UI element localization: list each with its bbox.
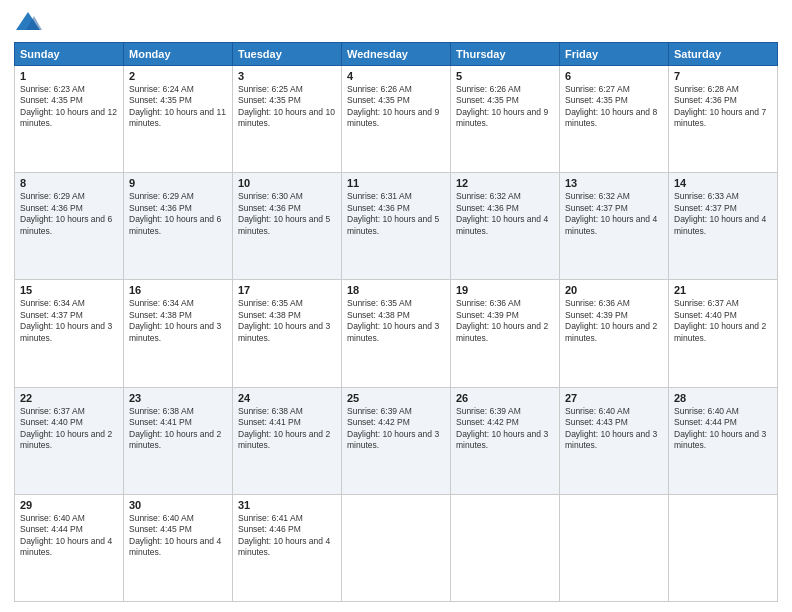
day-info: Sunrise: 6:39 AMSunset: 4:42 PMDaylight:… [456,406,554,452]
day-cell: 22 Sunrise: 6:37 AMSunset: 4:40 PMDaylig… [15,387,124,494]
day-number: 31 [238,499,336,511]
day-info: Sunrise: 6:32 AMSunset: 4:36 PMDaylight:… [456,191,554,237]
day-cell: 1 Sunrise: 6:23 AMSunset: 4:35 PMDayligh… [15,66,124,173]
day-info: Sunrise: 6:35 AMSunset: 4:38 PMDaylight:… [238,298,336,344]
column-header-wednesday: Wednesday [342,43,451,66]
day-number: 13 [565,177,663,189]
day-number: 14 [674,177,772,189]
day-cell: 6 Sunrise: 6:27 AMSunset: 4:35 PMDayligh… [560,66,669,173]
day-cell: 15 Sunrise: 6:34 AMSunset: 4:37 PMDaylig… [15,280,124,387]
day-cell: 31 Sunrise: 6:41 AMSunset: 4:46 PMDaylig… [233,494,342,601]
column-header-sunday: Sunday [15,43,124,66]
day-info: Sunrise: 6:23 AMSunset: 4:35 PMDaylight:… [20,84,118,130]
day-info: Sunrise: 6:38 AMSunset: 4:41 PMDaylight:… [238,406,336,452]
column-header-monday: Monday [124,43,233,66]
day-cell: 18 Sunrise: 6:35 AMSunset: 4:38 PMDaylig… [342,280,451,387]
column-header-saturday: Saturday [669,43,778,66]
day-cell: 8 Sunrise: 6:29 AMSunset: 4:36 PMDayligh… [15,173,124,280]
day-info: Sunrise: 6:34 AMSunset: 4:37 PMDaylight:… [20,298,118,344]
day-info: Sunrise: 6:32 AMSunset: 4:37 PMDaylight:… [565,191,663,237]
day-cell: 13 Sunrise: 6:32 AMSunset: 4:37 PMDaylig… [560,173,669,280]
day-cell [669,494,778,601]
day-cell: 16 Sunrise: 6:34 AMSunset: 4:38 PMDaylig… [124,280,233,387]
day-cell: 24 Sunrise: 6:38 AMSunset: 4:41 PMDaylig… [233,387,342,494]
week-row-5: 29 Sunrise: 6:40 AMSunset: 4:44 PMDaylig… [15,494,778,601]
week-row-4: 22 Sunrise: 6:37 AMSunset: 4:40 PMDaylig… [15,387,778,494]
day-info: Sunrise: 6:34 AMSunset: 4:38 PMDaylight:… [129,298,227,344]
day-cell: 7 Sunrise: 6:28 AMSunset: 4:36 PMDayligh… [669,66,778,173]
day-number: 18 [347,284,445,296]
day-number: 22 [20,392,118,404]
day-number: 9 [129,177,227,189]
day-info: Sunrise: 6:25 AMSunset: 4:35 PMDaylight:… [238,84,336,130]
day-info: Sunrise: 6:40 AMSunset: 4:45 PMDaylight:… [129,513,227,559]
calendar-page: SundayMondayTuesdayWednesdayThursdayFrid… [0,0,792,612]
day-info: Sunrise: 6:29 AMSunset: 4:36 PMDaylight:… [129,191,227,237]
logo [14,10,46,34]
day-number: 25 [347,392,445,404]
logo-icon [14,10,42,34]
day-cell: 28 Sunrise: 6:40 AMSunset: 4:44 PMDaylig… [669,387,778,494]
day-number: 8 [20,177,118,189]
day-info: Sunrise: 6:40 AMSunset: 4:44 PMDaylight:… [674,406,772,452]
day-number: 24 [238,392,336,404]
day-number: 7 [674,70,772,82]
day-number: 16 [129,284,227,296]
day-cell: 2 Sunrise: 6:24 AMSunset: 4:35 PMDayligh… [124,66,233,173]
day-cell: 3 Sunrise: 6:25 AMSunset: 4:35 PMDayligh… [233,66,342,173]
day-number: 27 [565,392,663,404]
day-number: 12 [456,177,554,189]
day-cell: 25 Sunrise: 6:39 AMSunset: 4:42 PMDaylig… [342,387,451,494]
day-info: Sunrise: 6:39 AMSunset: 4:42 PMDaylight:… [347,406,445,452]
day-cell: 5 Sunrise: 6:26 AMSunset: 4:35 PMDayligh… [451,66,560,173]
day-cell: 12 Sunrise: 6:32 AMSunset: 4:36 PMDaylig… [451,173,560,280]
day-info: Sunrise: 6:41 AMSunset: 4:46 PMDaylight:… [238,513,336,559]
calendar-header-row: SundayMondayTuesdayWednesdayThursdayFrid… [15,43,778,66]
day-cell: 20 Sunrise: 6:36 AMSunset: 4:39 PMDaylig… [560,280,669,387]
day-number: 15 [20,284,118,296]
day-number: 10 [238,177,336,189]
day-cell: 30 Sunrise: 6:40 AMSunset: 4:45 PMDaylig… [124,494,233,601]
week-row-2: 8 Sunrise: 6:29 AMSunset: 4:36 PMDayligh… [15,173,778,280]
day-number: 21 [674,284,772,296]
day-cell [451,494,560,601]
week-row-3: 15 Sunrise: 6:34 AMSunset: 4:37 PMDaylig… [15,280,778,387]
day-info: Sunrise: 6:24 AMSunset: 4:35 PMDaylight:… [129,84,227,130]
column-header-tuesday: Tuesday [233,43,342,66]
day-number: 17 [238,284,336,296]
day-cell: 9 Sunrise: 6:29 AMSunset: 4:36 PMDayligh… [124,173,233,280]
day-cell: 17 Sunrise: 6:35 AMSunset: 4:38 PMDaylig… [233,280,342,387]
day-info: Sunrise: 6:38 AMSunset: 4:41 PMDaylight:… [129,406,227,452]
day-info: Sunrise: 6:40 AMSunset: 4:44 PMDaylight:… [20,513,118,559]
day-cell: 14 Sunrise: 6:33 AMSunset: 4:37 PMDaylig… [669,173,778,280]
day-cell [560,494,669,601]
day-cell: 29 Sunrise: 6:40 AMSunset: 4:44 PMDaylig… [15,494,124,601]
day-number: 29 [20,499,118,511]
day-cell: 21 Sunrise: 6:37 AMSunset: 4:40 PMDaylig… [669,280,778,387]
day-cell: 19 Sunrise: 6:36 AMSunset: 4:39 PMDaylig… [451,280,560,387]
day-info: Sunrise: 6:31 AMSunset: 4:36 PMDaylight:… [347,191,445,237]
week-row-1: 1 Sunrise: 6:23 AMSunset: 4:35 PMDayligh… [15,66,778,173]
day-info: Sunrise: 6:28 AMSunset: 4:36 PMDaylight:… [674,84,772,130]
day-number: 2 [129,70,227,82]
page-header [14,10,778,34]
day-cell: 26 Sunrise: 6:39 AMSunset: 4:42 PMDaylig… [451,387,560,494]
day-number: 28 [674,392,772,404]
day-number: 23 [129,392,227,404]
day-number: 6 [565,70,663,82]
day-cell: 11 Sunrise: 6:31 AMSunset: 4:36 PMDaylig… [342,173,451,280]
day-number: 1 [20,70,118,82]
day-info: Sunrise: 6:26 AMSunset: 4:35 PMDaylight:… [347,84,445,130]
calendar-table: SundayMondayTuesdayWednesdayThursdayFrid… [14,42,778,602]
day-info: Sunrise: 6:36 AMSunset: 4:39 PMDaylight:… [565,298,663,344]
day-info: Sunrise: 6:33 AMSunset: 4:37 PMDaylight:… [674,191,772,237]
column-header-friday: Friday [560,43,669,66]
day-info: Sunrise: 6:36 AMSunset: 4:39 PMDaylight:… [456,298,554,344]
day-info: Sunrise: 6:29 AMSunset: 4:36 PMDaylight:… [20,191,118,237]
day-number: 3 [238,70,336,82]
day-cell: 10 Sunrise: 6:30 AMSunset: 4:36 PMDaylig… [233,173,342,280]
day-cell: 27 Sunrise: 6:40 AMSunset: 4:43 PMDaylig… [560,387,669,494]
day-info: Sunrise: 6:26 AMSunset: 4:35 PMDaylight:… [456,84,554,130]
day-info: Sunrise: 6:37 AMSunset: 4:40 PMDaylight:… [674,298,772,344]
day-info: Sunrise: 6:30 AMSunset: 4:36 PMDaylight:… [238,191,336,237]
